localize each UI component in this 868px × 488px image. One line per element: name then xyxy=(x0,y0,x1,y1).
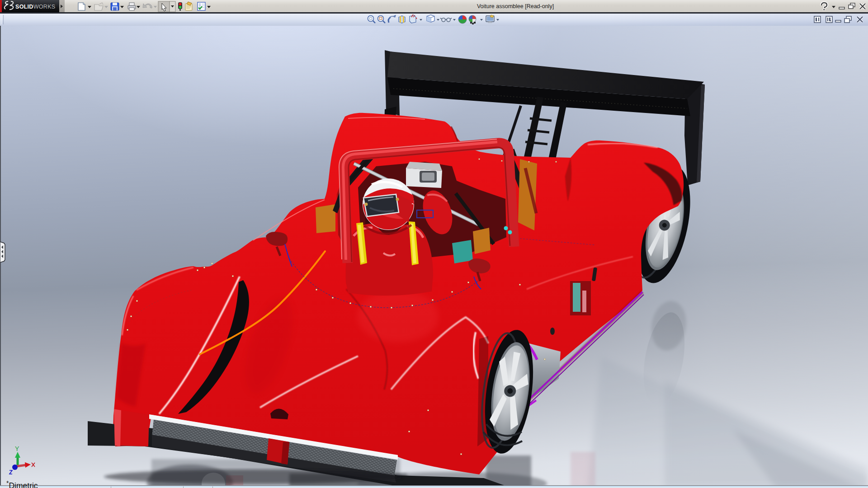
svg-text:Y: Y xyxy=(15,445,19,452)
svg-text:SOLIDWORKS: SOLIDWORKS xyxy=(15,4,55,10)
